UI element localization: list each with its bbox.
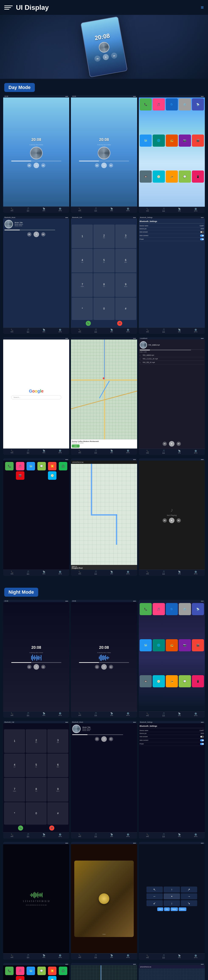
night-app-gray[interactable]: 📼 xyxy=(140,675,152,687)
night-nav-d3[interactable]: 📞DIAL xyxy=(146,713,149,717)
nav-m2[interactable]: 🎵音乐 xyxy=(95,329,97,333)
night-dial-9[interactable]: 9WXYZ xyxy=(47,778,68,802)
nav-d6[interactable]: 📞DIAL xyxy=(146,450,149,454)
night-prev-1[interactable]: ⏮ xyxy=(27,665,32,669)
nav-dial-3[interactable]: 📞DIAL xyxy=(146,208,149,212)
night-nav-a1[interactable]: ⚙️APTS xyxy=(58,712,62,717)
app-purple[interactable]: 📷 xyxy=(179,135,191,147)
call-btn[interactable]: 📞 xyxy=(86,321,91,326)
app-settings[interactable]: ⚙️ xyxy=(179,98,191,110)
nav-m9[interactable]: 🎵音乐 xyxy=(162,571,165,575)
cp-music[interactable]: 🎵 xyxy=(16,462,24,471)
night-cp-spotify[interactable]: 🎧 xyxy=(59,967,67,975)
night-nd1[interactable]: 📞DIAL xyxy=(11,833,13,838)
nav-btn-2[interactable]: Go xyxy=(164,907,170,911)
night-nd4[interactable]: 📞DIAL xyxy=(11,954,13,959)
night-nd3[interactable]: 📞DIAL xyxy=(146,833,149,838)
night-dial-star[interactable]: * xyxy=(4,802,25,825)
local-item-2[interactable]: 2 华东_正义至上_时.mp4 xyxy=(140,357,204,361)
night-app-phone[interactable]: 📞 xyxy=(140,603,152,615)
dial-5[interactable]: 5JKL xyxy=(93,249,114,272)
app-blue1[interactable]: 🔵 xyxy=(166,98,178,110)
night-na2[interactable]: ⚙️APTS xyxy=(126,833,130,838)
nav-m1[interactable]: 🎵音乐 xyxy=(27,329,29,333)
app-bt[interactable]: 📡 xyxy=(192,98,204,110)
nav-g6[interactable]: 📡GPS xyxy=(178,450,181,454)
next-btn-1[interactable]: ⏭ xyxy=(41,163,46,167)
nav-m5[interactable]: 🎵音乐 xyxy=(95,450,97,454)
hero-prev-btn[interactable]: ⏮ xyxy=(94,55,101,62)
night-auto-answer-toggle[interactable] xyxy=(200,736,204,738)
sunny-go-btn[interactable]: GO xyxy=(72,444,79,448)
night-cp-maps[interactable]: 🗺️ xyxy=(27,967,35,975)
night-na1[interactable]: ⚙️APTS xyxy=(58,833,62,838)
nav-dial-1[interactable]: 📞DIAL xyxy=(11,208,13,212)
cp-waze[interactable]: 🧭 xyxy=(48,471,57,480)
auto-answer-toggle[interactable] xyxy=(200,231,204,233)
nav-d7[interactable]: 📞DIAL xyxy=(11,571,13,575)
nav-gps-2[interactable]: 📡GPS xyxy=(110,208,113,212)
night-cp-yt[interactable]: ▶️ xyxy=(48,967,57,975)
night-bt-play[interactable]: ⏸ xyxy=(101,736,107,742)
night-nav-m3[interactable]: 🎵音乐 xyxy=(162,713,165,717)
nav-gps-1[interactable]: 📡GPS xyxy=(43,208,45,212)
nav-d9[interactable]: 📞DIAL xyxy=(146,571,149,575)
nav-g1[interactable]: 📡GPS xyxy=(43,329,45,333)
night-app-purple[interactable]: 📷 xyxy=(179,639,191,651)
night-bt-prev[interactable]: ⏮ xyxy=(95,737,99,741)
local-item-1[interactable]: 1 华东_放烟花.mp4 xyxy=(140,353,204,357)
night-app-music[interactable]: 🎵 xyxy=(153,603,165,615)
night-na5[interactable]: ⚙️APTS xyxy=(126,954,130,959)
prev-btn-1[interactable]: ⏮ xyxy=(27,163,32,167)
dial-hash[interactable]: # xyxy=(115,298,136,320)
nav-g3[interactable]: 📡GPS xyxy=(178,329,181,333)
bt-prev[interactable]: ⏮ xyxy=(27,232,32,237)
night-ng5[interactable]: 📡GPS xyxy=(110,954,113,959)
night-cp-waze[interactable]: 🧭 xyxy=(48,976,57,980)
dial-6[interactable]: 6MNO xyxy=(115,249,136,272)
cp-netflix[interactable]: 🎬 xyxy=(16,471,24,480)
night-next-1[interactable]: ⏭ xyxy=(41,665,46,669)
nav-music-1[interactable]: 🎵音乐 xyxy=(27,208,29,212)
night-app-orange[interactable]: 📻 xyxy=(166,639,178,651)
night-nav-g3[interactable]: 📡GPS xyxy=(178,713,181,717)
nav-gps-3[interactable]: 📡GPS xyxy=(178,208,181,212)
night-nm2[interactable]: 🎵音乐 xyxy=(95,833,97,838)
night-nm3[interactable]: 🎵音乐 xyxy=(162,833,165,838)
night-end-btn[interactable]: 📵 xyxy=(49,826,54,830)
night-power-toggle[interactable] xyxy=(200,743,204,745)
night-cp-netflix[interactable]: 🎬 xyxy=(16,976,24,980)
night-ng4[interactable]: 📡GPS xyxy=(43,954,45,959)
nav-m8[interactable]: 🎵音乐 xyxy=(95,571,97,575)
nav-apts-2[interactable]: ⚙️APTS xyxy=(126,208,130,212)
bt-next[interactable]: ⏭ xyxy=(41,232,46,237)
night-nd5[interactable]: 📞DIAL xyxy=(79,954,81,959)
night-dial-0[interactable]: 0 xyxy=(26,802,47,825)
cp-yt[interactable]: ▶️ xyxy=(48,462,57,471)
night-dial-2[interactable]: 2ABC xyxy=(26,729,47,753)
night-dial-6[interactable]: 6MNO xyxy=(47,754,68,777)
app-extra[interactable]: 📱 xyxy=(192,170,204,183)
nav-a3[interactable]: ⚙️APTS xyxy=(194,329,197,333)
nav-apts-3[interactable]: ⚙️APTS xyxy=(194,208,197,212)
night-nav-g2[interactable]: 📡GPS xyxy=(110,712,113,717)
night-nm1[interactable]: 🎵音乐 xyxy=(27,833,29,838)
night-na4[interactable]: ⚙️APTS xyxy=(58,954,62,959)
app-msg[interactable]: 💬 xyxy=(179,170,191,183)
nav-a1[interactable]: ⚙️APTS xyxy=(58,329,62,333)
night-nav-g1[interactable]: 📡GPS xyxy=(43,712,45,717)
night-play-1[interactable]: ⏸ xyxy=(33,664,39,670)
dial-4[interactable]: 4GHI xyxy=(72,249,93,272)
nav-g5[interactable]: 📡GPS xyxy=(110,450,113,454)
nav-a9[interactable]: ⚙️APTS xyxy=(194,571,197,575)
nav-btn-3[interactable]: Back xyxy=(171,907,178,911)
night-nm4[interactable]: 🎵音乐 xyxy=(27,954,29,959)
night-bt-next[interactable]: ⏭ xyxy=(109,737,113,741)
night-app-radio[interactable]: 📻 xyxy=(166,675,178,687)
night-app-teal[interactable]: 🌐 xyxy=(153,639,165,651)
nav-g9[interactable]: 📡GPS xyxy=(178,571,181,575)
night-nav-a3[interactable]: ⚙️APTS xyxy=(194,713,197,717)
power-toggle[interactable] xyxy=(200,238,204,240)
nav-g8[interactable]: 📡GPS xyxy=(110,571,113,575)
nav-g2[interactable]: 📡GPS xyxy=(110,329,113,333)
